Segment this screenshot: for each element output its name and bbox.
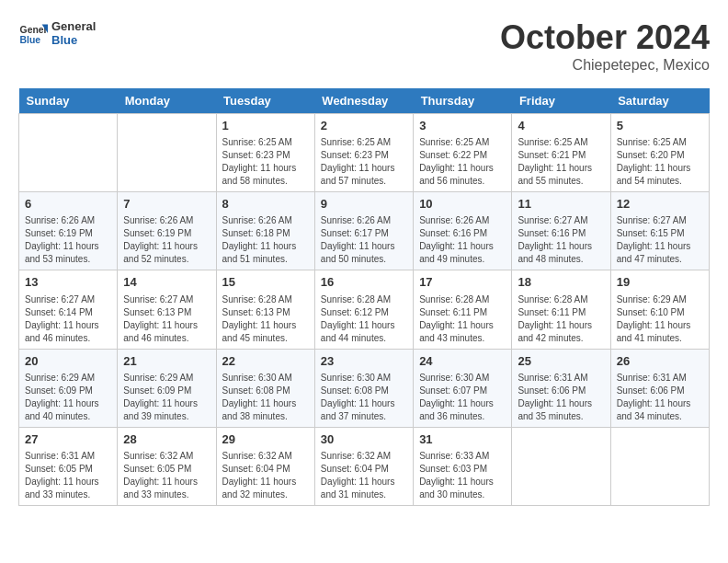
calendar-cell	[610, 427, 709, 505]
calendar-cell	[118, 114, 216, 192]
day-of-week-header: Tuesday	[216, 88, 314, 114]
calendar-cell: 16Sunrise: 6:28 AM Sunset: 6:12 PM Dayli…	[314, 270, 413, 349]
calendar-cell: 13Sunrise: 6:27 AM Sunset: 6:14 PM Dayli…	[19, 270, 118, 349]
calendar-cell: 24Sunrise: 6:30 AM Sunset: 6:07 PM Dayli…	[414, 349, 512, 427]
day-of-week-header: Thursday	[414, 88, 512, 114]
day-number: 24	[419, 353, 506, 370]
calendar-cell: 12Sunrise: 6:27 AM Sunset: 6:15 PM Dayli…	[610, 192, 709, 270]
logo-icon: General Blue	[18, 18, 48, 48]
day-number: 9	[321, 196, 407, 213]
day-info: Sunrise: 6:29 AM Sunset: 6:09 PM Dayligh…	[123, 372, 210, 423]
day-info: Sunrise: 6:32 AM Sunset: 6:04 PM Dayligh…	[222, 450, 309, 501]
calendar-week-row: 13Sunrise: 6:27 AM Sunset: 6:14 PM Dayli…	[19, 270, 710, 349]
calendar-cell: 21Sunrise: 6:29 AM Sunset: 6:09 PM Dayli…	[118, 349, 216, 427]
day-number: 1	[222, 118, 309, 134]
day-info: Sunrise: 6:32 AM Sunset: 6:04 PM Dayligh…	[321, 450, 407, 501]
day-number: 21	[123, 353, 210, 370]
day-of-week-header: Monday	[118, 88, 216, 114]
day-number: 2	[321, 118, 407, 134]
day-number: 8	[222, 196, 309, 213]
day-info: Sunrise: 6:31 AM Sunset: 6:05 PM Dayligh…	[25, 450, 111, 501]
day-of-week-header: Sunday	[19, 88, 118, 114]
page-header: General Blue General Blue October 2024 C…	[18, 18, 710, 74]
day-number: 17	[419, 274, 506, 291]
calendar-cell: 4Sunrise: 6:25 AM Sunset: 6:21 PM Daylig…	[512, 114, 610, 192]
calendar-cell: 1Sunrise: 6:25 AM Sunset: 6:23 PM Daylig…	[216, 114, 314, 192]
day-info: Sunrise: 6:26 AM Sunset: 6:19 PM Dayligh…	[25, 214, 111, 266]
day-info: Sunrise: 6:25 AM Sunset: 6:20 PM Dayligh…	[617, 136, 703, 188]
day-number: 27	[25, 431, 111, 448]
day-of-week-header: Friday	[512, 88, 610, 114]
calendar-cell: 2Sunrise: 6:25 AM Sunset: 6:23 PM Daylig…	[314, 114, 413, 192]
calendar-table: SundayMondayTuesdayWednesdayThursdayFrid…	[18, 88, 710, 506]
day-info: Sunrise: 6:28 AM Sunset: 6:13 PM Dayligh…	[222, 293, 309, 345]
day-info: Sunrise: 6:30 AM Sunset: 6:08 PM Dayligh…	[222, 372, 309, 423]
day-number: 25	[518, 353, 604, 370]
day-number: 16	[321, 274, 407, 291]
calendar-cell: 10Sunrise: 6:26 AM Sunset: 6:16 PM Dayli…	[414, 192, 512, 270]
day-info: Sunrise: 6:26 AM Sunset: 6:19 PM Dayligh…	[123, 214, 210, 266]
logo-blue: Blue	[51, 33, 96, 47]
day-number: 15	[222, 274, 309, 291]
calendar-cell: 31Sunrise: 6:33 AM Sunset: 6:03 PM Dayli…	[414, 427, 512, 505]
calendar-cell: 15Sunrise: 6:28 AM Sunset: 6:13 PM Dayli…	[216, 270, 314, 349]
calendar-cell: 8Sunrise: 6:26 AM Sunset: 6:18 PM Daylig…	[216, 192, 314, 270]
logo-general: General	[51, 19, 96, 33]
calendar-week-row: 27Sunrise: 6:31 AM Sunset: 6:05 PM Dayli…	[19, 427, 710, 505]
day-info: Sunrise: 6:27 AM Sunset: 6:16 PM Dayligh…	[518, 214, 604, 266]
calendar-cell	[512, 427, 610, 505]
day-number: 22	[222, 353, 309, 370]
calendar-week-row: 20Sunrise: 6:29 AM Sunset: 6:09 PM Dayli…	[19, 349, 710, 427]
calendar-header-row: SundayMondayTuesdayWednesdayThursdayFrid…	[19, 88, 710, 114]
calendar-cell: 18Sunrise: 6:28 AM Sunset: 6:11 PM Dayli…	[512, 270, 610, 349]
calendar-cell: 9Sunrise: 6:26 AM Sunset: 6:17 PM Daylig…	[314, 192, 413, 270]
calendar-cell: 14Sunrise: 6:27 AM Sunset: 6:13 PM Dayli…	[118, 270, 216, 349]
calendar-cell: 27Sunrise: 6:31 AM Sunset: 6:05 PM Dayli…	[19, 427, 118, 505]
day-number: 29	[222, 431, 309, 448]
day-info: Sunrise: 6:25 AM Sunset: 6:23 PM Dayligh…	[222, 136, 309, 188]
svg-text:Blue: Blue	[20, 35, 41, 45]
day-info: Sunrise: 6:28 AM Sunset: 6:11 PM Dayligh…	[419, 293, 506, 345]
logo: General Blue General Blue	[18, 18, 96, 48]
day-of-week-header: Saturday	[610, 88, 709, 114]
day-info: Sunrise: 6:26 AM Sunset: 6:18 PM Dayligh…	[222, 214, 309, 266]
day-number: 23	[321, 353, 407, 370]
calendar-week-row: 1Sunrise: 6:25 AM Sunset: 6:23 PM Daylig…	[19, 114, 710, 192]
day-number: 30	[321, 431, 407, 448]
day-info: Sunrise: 6:30 AM Sunset: 6:07 PM Dayligh…	[419, 372, 506, 423]
day-number: 3	[419, 118, 506, 134]
calendar-cell: 17Sunrise: 6:28 AM Sunset: 6:11 PM Dayli…	[414, 270, 512, 349]
calendar-cell: 28Sunrise: 6:32 AM Sunset: 6:05 PM Dayli…	[118, 427, 216, 505]
day-info: Sunrise: 6:31 AM Sunset: 6:06 PM Dayligh…	[518, 372, 604, 423]
day-number: 18	[518, 274, 604, 291]
calendar-cell: 23Sunrise: 6:30 AM Sunset: 6:08 PM Dayli…	[314, 349, 413, 427]
calendar-cell: 11Sunrise: 6:27 AM Sunset: 6:16 PM Dayli…	[512, 192, 610, 270]
calendar-cell: 5Sunrise: 6:25 AM Sunset: 6:20 PM Daylig…	[610, 114, 709, 192]
calendar-cell: 6Sunrise: 6:26 AM Sunset: 6:19 PM Daylig…	[19, 192, 118, 270]
day-info: Sunrise: 6:26 AM Sunset: 6:16 PM Dayligh…	[419, 214, 506, 266]
day-info: Sunrise: 6:27 AM Sunset: 6:14 PM Dayligh…	[25, 293, 111, 345]
day-of-week-header: Wednesday	[314, 88, 413, 114]
month-title: October 2024	[500, 18, 710, 57]
day-info: Sunrise: 6:25 AM Sunset: 6:22 PM Dayligh…	[419, 136, 506, 188]
title-block: October 2024 Chiepetepec, Mexico	[500, 18, 710, 74]
day-number: 13	[25, 274, 111, 291]
day-info: Sunrise: 6:30 AM Sunset: 6:08 PM Dayligh…	[321, 372, 407, 423]
day-info: Sunrise: 6:29 AM Sunset: 6:10 PM Dayligh…	[617, 293, 703, 345]
day-number: 11	[518, 196, 604, 213]
day-number: 5	[617, 118, 703, 134]
day-number: 28	[123, 431, 210, 448]
calendar-cell	[19, 114, 118, 192]
location: Chiepetepec, Mexico	[500, 57, 710, 74]
calendar-cell: 7Sunrise: 6:26 AM Sunset: 6:19 PM Daylig…	[118, 192, 216, 270]
day-info: Sunrise: 6:25 AM Sunset: 6:23 PM Dayligh…	[321, 136, 407, 188]
day-number: 12	[617, 196, 703, 213]
day-number: 7	[123, 196, 210, 213]
calendar-cell: 25Sunrise: 6:31 AM Sunset: 6:06 PM Dayli…	[512, 349, 610, 427]
day-info: Sunrise: 6:26 AM Sunset: 6:17 PM Dayligh…	[321, 214, 407, 266]
calendar-cell: 30Sunrise: 6:32 AM Sunset: 6:04 PM Dayli…	[314, 427, 413, 505]
calendar-cell: 20Sunrise: 6:29 AM Sunset: 6:09 PM Dayli…	[19, 349, 118, 427]
day-number: 20	[25, 353, 111, 370]
day-info: Sunrise: 6:28 AM Sunset: 6:12 PM Dayligh…	[321, 293, 407, 345]
calendar-cell: 3Sunrise: 6:25 AM Sunset: 6:22 PM Daylig…	[414, 114, 512, 192]
